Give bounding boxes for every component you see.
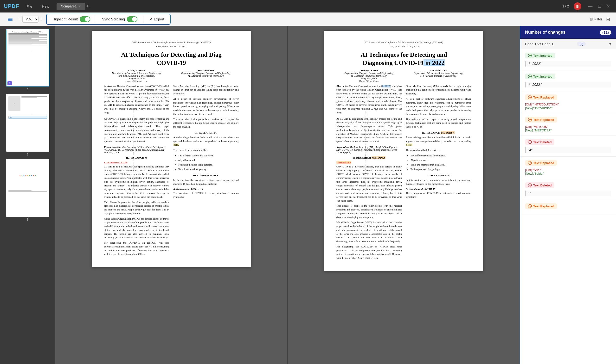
change-item-7[interactable]: Text Deleted " " — [520, 179, 616, 200]
change-item-8[interactable]: Text Replaced — [520, 200, 616, 214]
change-badge-inserted-2: Text Inserted — [525, 74, 555, 79]
right-intro-text: COVID-19 is a infectious disease, that h… — [336, 165, 402, 203]
highlight-result-label: Highlight Result — [53, 17, 78, 21]
left-bullet-list: The different sources fro collected. Alg… — [178, 154, 239, 172]
change-old-new-2: [Old]:"METODS" [New]:"METODSA" — [525, 125, 611, 132]
right-author-2: Sini Anna Alex Department of Computer Sc… — [406, 69, 471, 82]
zoom-out-button[interactable]: − — [18, 17, 21, 22]
left-col-2: Since Machine Learning (ML) as (AI) has … — [173, 84, 239, 258]
export-button[interactable]: ↗ Export — [149, 17, 164, 21]
tab-area: Compare1 ✕ + — [56, 3, 558, 10]
change-item-5[interactable]: Text Deleted "A" — [520, 136, 616, 157]
change-item-3[interactable]: Text Replaced [Old]:"INTRODUCTION" [New]… — [520, 91, 616, 113]
right-authors-section: Kshitij C Kurne Department of Computer S… — [336, 69, 471, 82]
right-ai-text: AI is a part of software engineeri advan… — [406, 97, 471, 116]
left-watermark: 978-1-6654-2517-3/22/$31.00 ©2022 IEEE |… — [132, 109, 134, 189]
change-item-4[interactable]: Text Replaced [Old]:"METODS" [New]:"METO… — [520, 113, 616, 136]
left-bullet-1: The different sources fro collected. — [178, 154, 239, 158]
change-badge-deleted-1: Text Deleted — [525, 139, 554, 145]
right-bullet-list: The different sources fro collected. Alg… — [410, 154, 471, 172]
zoom-in-button[interactable]: + — [40, 17, 42, 22]
left-bullet-4: Techniques used for getting t — [178, 167, 239, 172]
change-new-1: [New]:"Introduction" — [525, 106, 611, 110]
toolbar: − 75% + Highlight Result Sync Scrolling … — [0, 13, 616, 26]
svg-rect-0 — [8, 18, 13, 18]
thumbnail-page-1[interactable]: AI Techniques for Detecting and Diagnosi… — [3, 29, 53, 91]
zoom-controls: − 75% + — [18, 16, 42, 23]
left-section3-heading: III. OVERVIEW OF C — [173, 174, 239, 177]
window-controls: — □ ✕ — [586, 3, 612, 9]
replaced-icon — [528, 95, 532, 99]
pdf-comparison-area: 978-1-6654-2517-3/22/$31.00 ©2022 IEEE |… — [55, 26, 520, 364]
filter-label: Filter — [594, 17, 602, 21]
right-col-2: Since Machine Learning (ML) as (AI) has … — [406, 84, 471, 261]
page-navigation: 1 / 2 — [562, 4, 569, 8]
thumbnail-page-2[interactable]: img John — [3, 94, 53, 156]
left-col-1: Abstract— The new Coronavirus infection … — [104, 84, 169, 258]
change-item-1[interactable]: Text Inserted "in 2022" — [520, 49, 616, 70]
minimize-button[interactable]: — — [586, 3, 594, 9]
export-icon: ↗ — [149, 17, 152, 21]
right-intro-highlight: Introduction — [336, 161, 351, 164]
highlight-result-group: Highlight Result — [53, 16, 90, 22]
help-menu[interactable]: Help — [40, 3, 52, 9]
change-badge-deleted-2: Text Deleted — [525, 182, 554, 188]
left-author-1: Kshitij C Kurne Department of Computer S… — [104, 69, 169, 82]
filter-button[interactable]: ⊟ Filter — [590, 17, 602, 21]
sync-scrolling-label: Sync Scrolling — [102, 17, 125, 21]
expand-arrow-icon[interactable]: ▾ — [609, 41, 611, 46]
right-ml-intro: Since Machine Learning (ML) as (AI) has … — [406, 84, 471, 96]
change-item-2[interactable]: Text Inserted "in 2022 " — [520, 70, 616, 91]
highlight-result-toggle[interactable] — [80, 16, 90, 22]
right-intro-para4: For diagnosing the COVID-19 an RT-PCR (r… — [336, 245, 402, 260]
left-section2-heading: II. RESEARCH M — [104, 156, 169, 159]
left-aim-text: The main aim of this paper is to analyze… — [173, 117, 239, 129]
change-old-3: [Old]:"field." — [525, 168, 611, 172]
new-tab-button[interactable]: + — [86, 4, 89, 9]
left-machine-learning-intro: Since Machine Learning (ML) as (AI) has … — [173, 84, 239, 96]
change-new-2: [New]:"METODSA" — [525, 129, 611, 132]
right-col2-metodsa-hl: METODSA — [441, 131, 455, 134]
right-pdf-pane[interactable]: 978-1-6654-2517-3/22/$31.00 ©2022 IEEE |… — [287, 26, 520, 364]
sync-scrolling-group: Sync Scrolling — [102, 16, 137, 22]
thumbnail-page-3[interactable]: 3 — [3, 159, 53, 221]
layout-toggle-button[interactable]: ⊞ — [606, 16, 610, 22]
change-value-2: "in 2022 " — [525, 82, 611, 88]
left-pdf-pane[interactable]: 978-1-6654-2517-3/22/$31.00 ©2022 IEEE |… — [55, 26, 287, 364]
right-watermark: 978-1-6654-2517-3/22/$31.00 ©2022 IEEE |… — [365, 111, 367, 191]
chart-area — [8, 161, 47, 190]
deleted-icon-2 — [528, 183, 532, 187]
left-bullet-2: Algorithms used. — [178, 158, 239, 163]
thumb-title-mini: AI Techniques for Detecting and Diagnosi… — [8, 31, 47, 33]
change-value-5: "A" — [525, 147, 611, 153]
maximize-button[interactable]: □ — [596, 3, 603, 9]
left-abstract-para2: As COVID-19 diagnosing is the lengthy pr… — [104, 117, 169, 143]
highlight-toolbar-group: Highlight Result Sync Scrolling ↗ Export — [46, 14, 170, 25]
right-page-header: 2022 International Conference for Advanc… — [336, 40, 471, 48]
thumbnail-image-1: AI Techniques for Detecting and Diagnosi… — [6, 29, 49, 87]
left-main-content: Abstract— The new Coronavirus infection … — [104, 84, 239, 258]
file-menu[interactable]: File — [24, 3, 35, 9]
compare-tab[interactable]: Compare1 ✕ — [56, 3, 85, 10]
tab-close-button[interactable]: ✕ — [78, 5, 81, 8]
sync-scrolling-knob — [132, 17, 137, 22]
thumbnail-page-badge-1: 1 — [7, 81, 12, 85]
changes-panel-header: Number of changes (12) — [520, 26, 616, 39]
svg-rect-2 — [8, 20, 13, 21]
changes-panel-title: Number of changes — [525, 30, 565, 35]
changes-total-count: (12) — [600, 30, 611, 35]
change-new-3: [New]:"fields." — [525, 172, 611, 175]
main-content: AI Techniques for Detecting and Diagnosi… — [0, 26, 616, 364]
change-old-2: [Old]:"METODS" — [525, 125, 611, 129]
sync-scrolling-toggle[interactable] — [127, 16, 137, 22]
close-button[interactable]: ✕ — [605, 3, 612, 9]
zoom-select[interactable]: 75% — [22, 16, 39, 23]
page-compare-row[interactable]: Page 1 vs Page 1 (9) ▾ — [520, 39, 616, 49]
thumbnail-number-1: 1 — [27, 88, 28, 91]
change-item-6[interactable]: Text Replaced [Old]:"field." [New]:"fiel… — [520, 157, 616, 179]
left-intro-para3: World Health Organization (WHO) has advi… — [104, 217, 169, 240]
left-page-header: 2022 International Conference for Advanc… — [104, 40, 239, 48]
page-compare-count: (9) — [577, 41, 586, 46]
export-label: Export — [154, 17, 164, 21]
layers-button[interactable] — [6, 15, 14, 24]
